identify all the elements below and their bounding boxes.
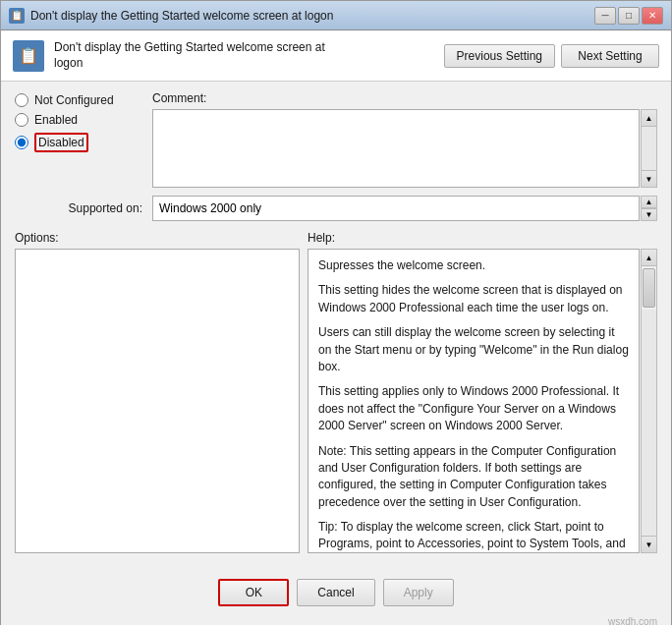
ok-button[interactable]: OK — [218, 579, 289, 606]
window-icon: 📋 — [9, 8, 25, 24]
help-panel: Supresses the welcome screen. This setti… — [308, 249, 640, 553]
options-panel — [15, 249, 300, 553]
help-scrollbar-track — [642, 310, 656, 536]
previous-setting-button[interactable]: Previous Setting — [444, 44, 555, 68]
comment-scrollbar-up[interactable]: ▲ — [642, 110, 656, 127]
radio-enabled[interactable]: Enabled — [15, 113, 142, 127]
help-p6: Tip: To display the welcome screen, clic… — [318, 519, 629, 553]
help-p4: This setting applies only to Windows 200… — [318, 383, 629, 434]
radio-disabled-label: Disabled — [34, 133, 88, 152]
main-content: Not Configured Enabled Disabled Comment: — [1, 82, 671, 573]
radio-enabled-label: Enabled — [34, 113, 78, 127]
radio-not-configured-label: Not Configured — [34, 93, 114, 107]
panels-row: Supresses the welcome screen. This setti… — [15, 249, 657, 553]
help-p1: Supresses the welcome screen. — [318, 257, 629, 274]
watermark: wsxdh.com — [1, 616, 671, 625]
supported-value-wrapper: Windows 2000 only ▲ ▼ — [152, 196, 657, 221]
supported-scrollbar-up[interactable]: ▲ — [642, 197, 656, 208]
comment-scrollbar-track — [642, 127, 656, 170]
supported-on-label: Supported on: — [15, 201, 142, 215]
help-panel-wrapper: Supresses the welcome screen. This setti… — [308, 249, 657, 553]
comment-textarea-wrapper: ▲ ▼ — [152, 109, 657, 188]
help-p5: Note: This setting appears in the Comput… — [318, 443, 629, 512]
supported-on-value: Windows 2000 only — [152, 196, 640, 221]
comment-scrollbar[interactable]: ▲ ▼ — [641, 109, 657, 188]
title-bar-buttons: ─ □ ✕ — [594, 7, 663, 25]
radio-enabled-input[interactable] — [15, 113, 28, 127]
radio-not-configured-input[interactable] — [15, 93, 28, 107]
radio-disabled-input[interactable] — [15, 136, 28, 149]
radio-disabled[interactable]: Disabled — [15, 133, 142, 152]
supported-scrollbar-down[interactable]: ▼ — [642, 208, 656, 220]
help-col: Help: — [308, 231, 657, 245]
title-bar: 📋 Don't display the Getting Started welc… — [1, 1, 671, 30]
supported-scrollbar[interactable]: ▲ ▼ — [641, 196, 657, 221]
help-scrollbar-up[interactable]: ▲ — [642, 250, 656, 266]
bottom-row: OK Cancel Apply — [1, 573, 671, 616]
radio-group: Not Configured Enabled Disabled — [15, 91, 142, 188]
help-label: Help: — [308, 231, 335, 245]
title-bar-text: Don't display the Getting Started welcom… — [30, 9, 594, 23]
header-buttons: Previous Setting Next Setting — [444, 44, 659, 68]
comment-textarea[interactable] — [152, 109, 640, 188]
help-scrollbar[interactable]: ▲ ▼ — [641, 249, 657, 553]
options-label: Options: — [15, 231, 59, 245]
help-p2: This setting hides the welcome screen th… — [318, 282, 629, 316]
next-setting-button[interactable]: Next Setting — [561, 44, 659, 68]
options-help-labels: Options: Help: — [15, 231, 657, 245]
main-window: 📋 Don't display the Getting Started welc… — [0, 0, 672, 625]
header-section: 📋 Don't display the Getting Started welc… — [1, 30, 671, 82]
apply-button[interactable]: Apply — [383, 579, 454, 606]
comment-label: Comment: — [152, 91, 657, 105]
help-p3: Users can still display the welcome scre… — [318, 324, 629, 375]
header-left: 📋 Don't display the Getting Started welc… — [13, 40, 444, 72]
comment-scrollbar-down[interactable]: ▼ — [642, 170, 656, 187]
help-scrollbar-thumb[interactable] — [643, 268, 655, 308]
header-icon: 📋 — [13, 40, 44, 72]
help-scrollbar-down[interactable]: ▼ — [642, 536, 656, 552]
radio-comment-row: Not Configured Enabled Disabled Comment: — [15, 91, 657, 188]
header-title: Don't display the Getting Started welcom… — [54, 40, 349, 71]
maximize-button[interactable]: □ — [618, 7, 640, 25]
options-col: Options: — [15, 231, 300, 245]
radio-not-configured[interactable]: Not Configured — [15, 93, 142, 107]
comment-section: Comment: ▲ ▼ — [152, 91, 657, 188]
minimize-button[interactable]: ─ — [594, 7, 616, 25]
cancel-button[interactable]: Cancel — [297, 579, 374, 606]
close-button[interactable]: ✕ — [642, 7, 663, 25]
supported-on-row: Supported on: Windows 2000 only ▲ ▼ — [15, 196, 657, 221]
